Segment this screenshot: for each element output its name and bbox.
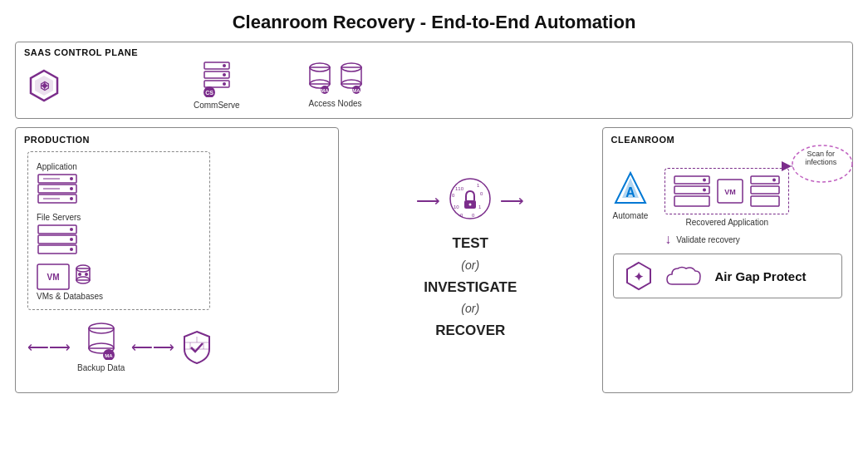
cleanroom-server-icon	[674, 175, 710, 207]
application-label: Application	[37, 162, 77, 171]
svg-point-26	[70, 187, 73, 190]
svg-point-25	[70, 177, 73, 180]
svg-rect-77	[751, 196, 779, 206]
svg-text:0: 0	[472, 213, 475, 218]
scan-bubble-group: Scan for infections	[777, 143, 856, 196]
file-servers-label: File Servers	[37, 213, 81, 222]
investigate-text: INVESTIGATE	[424, 276, 517, 300]
production-inner-box: Application	[27, 151, 210, 310]
commserve-label: CommServe	[194, 101, 240, 110]
azure-automate-icon: A	[614, 171, 647, 208]
svg-text:CS: CS	[205, 90, 213, 96]
svg-text:10: 10	[454, 204, 459, 209]
bottom-row: PRODUCTION Application	[15, 127, 853, 393]
database-icon	[75, 263, 98, 290]
svg-text:110: 110	[455, 186, 464, 191]
or2-text: (or)	[424, 299, 517, 319]
airgap-box: ✦ Air Gap Protect	[613, 254, 843, 298]
svg-rect-70	[674, 196, 709, 206]
application-server-icon	[37, 173, 78, 204]
test-investigate-recover: TEST (or) INVESTIGATE (or) RECOVER	[424, 232, 517, 343]
access-node-icon-2: MA	[338, 62, 365, 96]
svg-point-42	[78, 273, 81, 276]
file-servers-icon	[37, 224, 78, 255]
binary-lock-icon-wrapper: 110 1 0 0 10 1 0 0	[449, 177, 492, 224]
svg-point-9	[223, 82, 226, 86]
access-nodes-icon-group: MA MA Access Nodes	[306, 62, 365, 108]
airgap-label: Air Gap Protect	[715, 269, 807, 283]
access-nodes-label: Access Nodes	[309, 99, 362, 108]
svg-point-78	[772, 179, 776, 182]
svg-text:MA: MA	[352, 88, 360, 93]
svg-point-72	[703, 189, 706, 192]
cleanroom-top-section: A Automate	[613, 155, 843, 247]
application-item: Application	[37, 162, 201, 204]
svg-text:0: 0	[480, 191, 483, 196]
saas-content: ⬡ ✦ CS CommServe	[27, 61, 841, 110]
commserve-server-icon: CS	[201, 61, 233, 97]
file-servers-item: File Servers	[37, 213, 201, 255]
validate-recovery-row: ↓ Validate recovery	[664, 232, 789, 247]
svg-point-36	[70, 248, 73, 251]
test-text: TEST	[424, 232, 517, 256]
right-long-arrow2: ⟶	[500, 190, 524, 210]
commvault-hex-icon: ⬡ ✦	[27, 69, 61, 102]
right-arrow-icon: ⟶	[49, 338, 71, 357]
right-long-arrow: ⟶	[416, 190, 440, 210]
cleanroom-vm-box: VM	[664, 168, 789, 214]
svg-point-7	[223, 64, 226, 67]
automate-icon-group: A Automate	[613, 171, 649, 220]
left-arrow-icon: ⟵	[27, 338, 49, 357]
airgap-cloud-icon	[665, 261, 704, 291]
vm-badge-icon: VM	[717, 179, 743, 204]
firewall-icon	[181, 329, 213, 366]
svg-point-27	[70, 197, 73, 200]
cleanroom-server2-icon	[750, 175, 780, 207]
airgap-commvault-icon: ✦	[624, 261, 654, 291]
production-items: Application	[37, 162, 201, 301]
svg-text:VM: VM	[47, 273, 60, 282]
svg-rect-76	[751, 186, 779, 194]
backup-data-icon-group: MA Backup Data	[77, 322, 125, 372]
vm-icon: VM	[37, 263, 70, 290]
cleanroom-vm-section: VM	[664, 168, 789, 247]
svg-text:✦: ✦	[39, 79, 50, 93]
vms-databases-item: VM VMs & Databases	[37, 263, 201, 301]
binary-lock-group: ⟶ 110 1 0 0 10 1 0	[416, 177, 524, 224]
svg-text:A: A	[625, 185, 635, 199]
recovered-app-label: Recovered Application	[664, 218, 789, 227]
vms-databases-label: VMs & Databases	[37, 292, 103, 301]
binary-lock-icon: 110 1 0 0 10 1 0 0	[449, 177, 492, 220]
recover-text: RECOVER	[424, 319, 517, 343]
svg-point-43	[85, 273, 88, 276]
or1-text: (or)	[424, 256, 517, 276]
scan-label: Scan for infections	[791, 150, 851, 166]
automate-label: Automate	[613, 211, 649, 220]
production-bottom-row: ⟵ ⟶ MA Backup Data ⟵ ⟶	[27, 322, 326, 372]
commserve-icon-group: CS CommServe	[194, 61, 240, 110]
firewall-icon-group	[181, 329, 213, 366]
svg-point-8	[223, 73, 226, 76]
backup-right-arrow: ⟵	[131, 338, 153, 357]
svg-point-54	[450, 179, 490, 219]
commvault-logo: ⬡ ✦	[27, 69, 61, 102]
svg-text:MA: MA	[105, 353, 113, 358]
page-title: Cleanroom Recovery - End-to-End Automati…	[0, 0, 868, 42]
backup-data-label: Backup Data	[77, 363, 125, 372]
saas-control-plane-box: SAAS CONTROL PLANE ⬡ ✦	[15, 42, 853, 119]
svg-text:1: 1	[478, 204, 482, 209]
svg-text:✦: ✦	[634, 270, 644, 283]
svg-point-56	[469, 203, 472, 205]
production-label: PRODUCTION	[24, 135, 90, 145]
backup-data-icon: MA	[86, 322, 117, 360]
cleanroom-box: CLEANROOM A Automate	[602, 127, 854, 393]
saas-label: SAAS CONTROL PLANE	[24, 47, 138, 57]
svg-point-34	[70, 228, 73, 231]
svg-text:0: 0	[452, 193, 455, 198]
svg-point-71	[703, 179, 706, 182]
svg-text:MA: MA	[321, 88, 329, 93]
validate-down-arrow: ↓	[664, 232, 671, 247]
svg-text:VM: VM	[725, 188, 737, 196]
production-box: PRODUCTION Application	[15, 127, 339, 393]
middle-column: ⟶ 110 1 0 0 10 1 0	[347, 127, 594, 393]
